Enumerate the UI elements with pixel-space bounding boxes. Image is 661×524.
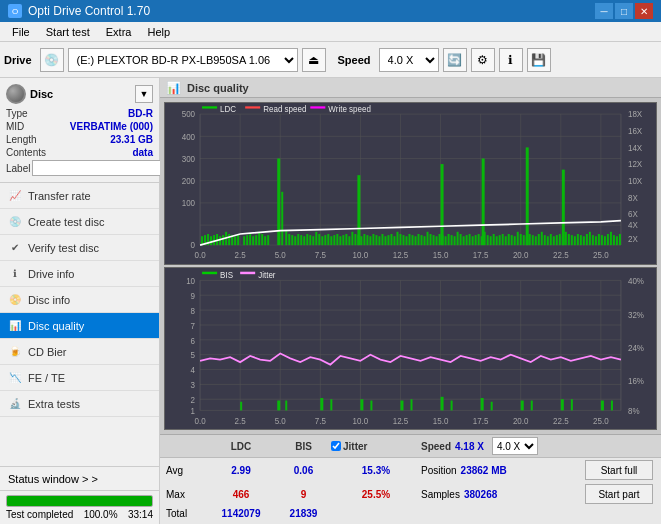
svg-rect-231 — [277, 401, 280, 411]
menu-file[interactable]: File — [4, 24, 38, 40]
svg-rect-92 — [351, 232, 353, 245]
drive-select[interactable]: (E:) PLEXTOR BD-R PX-LB950SA 1.06 — [68, 48, 298, 72]
svg-rect-232 — [320, 398, 323, 410]
jitter-checkbox[interactable] — [331, 441, 341, 451]
minimize-button[interactable]: ─ — [595, 3, 613, 19]
refresh-button[interactable]: 🔄 — [443, 48, 467, 72]
svg-rect-155 — [532, 235, 534, 245]
svg-text:12.5: 12.5 — [393, 415, 409, 426]
panel-title: Disc quality — [187, 82, 249, 94]
svg-text:12X: 12X — [628, 159, 643, 169]
svg-text:22.5: 22.5 — [553, 250, 569, 260]
nav-create-test-disc[interactable]: 💿 Create test disc — [0, 209, 159, 235]
svg-text:5.0: 5.0 — [275, 250, 286, 260]
eject-button[interactable]: ⏏ — [302, 48, 326, 72]
svg-rect-55 — [228, 234, 230, 245]
menu-start-test[interactable]: Start test — [38, 24, 98, 40]
chart-bis-svg: 10 9 8 7 6 5 4 3 2 1 40% 32% 24% 16% 8% — [165, 268, 656, 429]
disc-info-icon: 📀 — [8, 293, 22, 307]
nav-verify-test-disc[interactable]: ✔ Verify test disc — [0, 235, 159, 261]
speed-select[interactable]: 4.0 X — [379, 48, 439, 72]
save-button[interactable]: 💾 — [527, 48, 551, 72]
svg-rect-78 — [309, 235, 311, 245]
svg-rect-145 — [505, 236, 507, 245]
svg-rect-100 — [375, 235, 377, 245]
title-bar: O Opti Drive Control 1.70 ─ □ ✕ — [0, 0, 661, 22]
svg-text:6X: 6X — [628, 209, 638, 219]
svg-rect-68 — [277, 159, 280, 246]
avg-ldc: 2.99 — [206, 465, 276, 476]
svg-rect-243 — [370, 401, 372, 411]
nav-drive-info[interactable]: ℹ Drive info — [0, 261, 159, 287]
nav-disc-quality[interactable]: 📊 Disc quality — [0, 313, 159, 339]
nav-transfer-rate[interactable]: 📈 Transfer rate — [0, 183, 159, 209]
settings-button[interactable]: ⚙ — [471, 48, 495, 72]
svg-rect-76 — [303, 236, 305, 245]
svg-rect-107 — [393, 236, 395, 245]
svg-rect-97 — [366, 235, 368, 245]
svg-text:300: 300 — [182, 153, 196, 163]
menu-help[interactable]: Help — [139, 24, 178, 40]
start-full-button[interactable]: Start full — [585, 460, 653, 480]
speed-select-stats[interactable]: 4.0 X — [492, 437, 538, 455]
start-part-button[interactable]: Start part — [585, 484, 653, 504]
svg-text:7: 7 — [191, 320, 195, 331]
svg-rect-149 — [514, 236, 516, 245]
svg-text:BIS: BIS — [220, 269, 233, 280]
nav-disc-info[interactable]: 📀 Disc info — [0, 287, 159, 313]
nav-fe-te-label: FE / TE — [28, 372, 65, 384]
svg-rect-246 — [491, 402, 493, 411]
total-label: Total — [166, 508, 206, 519]
nav-fe-te[interactable]: 📉 FE / TE — [0, 365, 159, 391]
type-value: BD-R — [128, 108, 153, 119]
svg-rect-72 — [291, 235, 293, 245]
svg-rect-191 — [310, 106, 325, 108]
info-button[interactable]: ℹ — [499, 48, 523, 72]
svg-rect-187 — [202, 106, 217, 108]
svg-rect-234 — [400, 401, 403, 411]
maximize-button[interactable]: □ — [615, 3, 633, 19]
svg-rect-117 — [424, 236, 426, 245]
svg-text:0.0: 0.0 — [195, 415, 206, 426]
svg-rect-69 — [281, 192, 283, 245]
status-window-label: Status window > > — [8, 473, 98, 485]
svg-rect-91 — [348, 236, 350, 245]
svg-text:15.0: 15.0 — [433, 415, 449, 426]
svg-text:10: 10 — [186, 275, 195, 286]
svg-rect-261 — [202, 272, 217, 274]
svg-rect-93 — [354, 234, 356, 245]
svg-text:200: 200 — [182, 176, 196, 186]
nav-cd-bier[interactable]: 🍺 CD Bier — [0, 339, 159, 365]
svg-text:32%: 32% — [628, 309, 644, 320]
svg-text:0: 0 — [191, 240, 196, 250]
panel-header: 📊 Disc quality — [160, 78, 661, 98]
speed-header-container: Speed 4.18 X 4.0 X — [421, 437, 585, 455]
svg-rect-158 — [541, 232, 543, 245]
disc-menu-btn[interactable]: ▼ — [135, 85, 153, 103]
drive-info-icon: ℹ — [8, 267, 22, 281]
svg-rect-99 — [372, 234, 374, 245]
progress-status: Test completed — [6, 509, 73, 520]
svg-rect-185 — [616, 236, 618, 245]
svg-text:8: 8 — [191, 305, 195, 316]
menu-extra[interactable]: Extra — [98, 24, 140, 40]
svg-rect-116 — [421, 235, 423, 245]
svg-rect-133 — [469, 234, 471, 245]
svg-rect-124 — [445, 236, 447, 245]
drive-icon-btn[interactable]: 💿 — [40, 48, 64, 72]
svg-rect-95 — [360, 236, 362, 245]
svg-rect-241 — [285, 401, 287, 411]
label-input[interactable] — [32, 160, 165, 176]
nav-create-test-disc-label: Create test disc — [28, 216, 104, 228]
svg-rect-89 — [342, 235, 344, 245]
svg-text:15.0: 15.0 — [433, 250, 449, 260]
svg-rect-83 — [324, 235, 326, 245]
nav-extra-tests[interactable]: 🔬 Extra tests — [0, 391, 159, 417]
svg-rect-111 — [405, 236, 407, 245]
fe-te-icon: 📉 — [8, 371, 22, 385]
svg-rect-119 — [430, 234, 432, 245]
status-window-btn[interactable]: Status window > > — [0, 467, 159, 491]
close-button[interactable]: ✕ — [635, 3, 653, 19]
svg-rect-184 — [613, 235, 615, 245]
svg-rect-109 — [399, 234, 401, 245]
